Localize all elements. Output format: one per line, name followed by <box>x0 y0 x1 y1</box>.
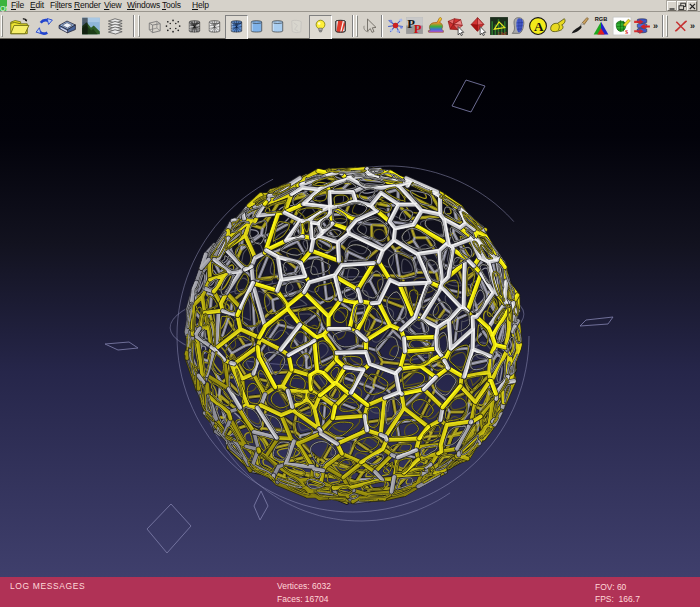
svg-text:s: s <box>625 27 628 36</box>
svg-text:RGB: RGB <box>595 16 608 22</box>
svg-text:P: P <box>414 22 422 36</box>
svg-text:1.3e2: 1.3e2 <box>497 32 506 36</box>
svg-text:A: A <box>534 19 544 34</box>
